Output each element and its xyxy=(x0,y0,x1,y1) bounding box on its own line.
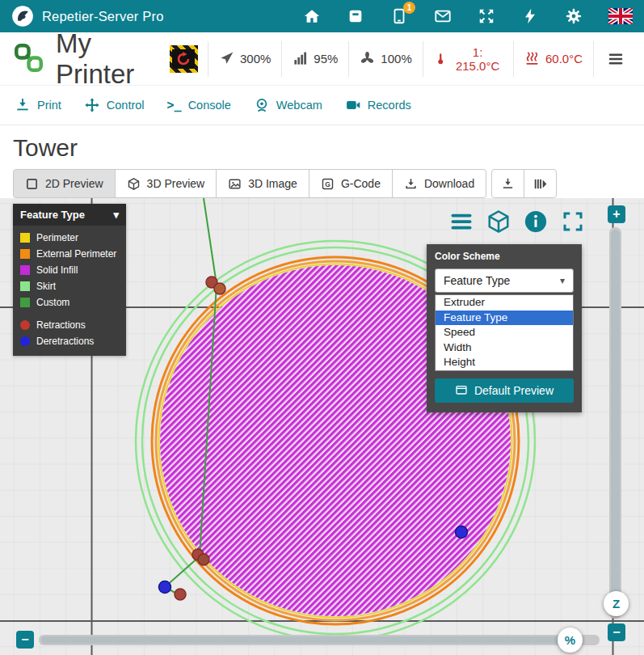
fullscreen-icon[interactable] xyxy=(561,209,585,234)
view-extra-group xyxy=(491,169,557,198)
legend-item-perimeter[interactable]: Perimeter xyxy=(13,230,126,246)
download-icon xyxy=(404,177,418,191)
fan-speed-button[interactable]: 100% xyxy=(348,41,422,77)
messages-icon[interactable] xyxy=(434,7,452,25)
tab-webcam[interactable]: Webcam xyxy=(254,97,322,113)
tab-records-label: Records xyxy=(368,99,411,112)
svg-text:G: G xyxy=(325,180,330,188)
color-scheme-panel: Color Scheme Feature Type ▾ Extruder Fea… xyxy=(427,244,582,412)
zoom-out-button[interactable]: − xyxy=(608,623,625,641)
tab-print[interactable]: Print xyxy=(15,97,61,113)
legend-item-custom[interactable]: Custom xyxy=(13,294,126,311)
speed-multiplier-button[interactable]: 300% xyxy=(208,41,281,77)
option-feature-type[interactable]: Feature Type xyxy=(436,311,573,326)
console-icon: >_ xyxy=(167,98,182,112)
view-3d-image-label: 3D Image xyxy=(248,177,297,190)
info-icon[interactable] xyxy=(524,209,548,234)
printer-stats: 300% 95% 100% 1: 215.0°C 60.0°C xyxy=(170,41,633,77)
printer-icon[interactable] xyxy=(347,7,364,25)
extruder-temp-value: 1: 215.0°C xyxy=(452,45,503,73)
legend-header[interactable]: Feature Type ▾ xyxy=(13,204,126,226)
tab-records[interactable]: Records xyxy=(345,97,411,113)
layer-play-button[interactable] xyxy=(524,169,557,198)
language-flag-icon[interactable] xyxy=(608,8,633,24)
legend-label: Solid Infill xyxy=(36,264,78,276)
speed-icon xyxy=(219,51,234,66)
send-to-printer-button[interactable] xyxy=(491,169,524,198)
legend-item-solid-infill[interactable]: Solid Infill xyxy=(13,262,126,278)
tab-console[interactable]: >_ Console xyxy=(167,98,231,112)
restart-arrow-icon xyxy=(172,49,195,69)
legend-item-retractions[interactable]: Retractions xyxy=(13,317,126,333)
legend-item-skirt[interactable]: Skirt xyxy=(13,278,126,294)
view-3d-preview-label: 3D Preview xyxy=(147,177,205,190)
option-extruder[interactable]: Extruder xyxy=(436,295,573,311)
gcode-icon: G xyxy=(321,177,335,191)
view-3d-image-button[interactable]: 3D Image xyxy=(216,169,309,198)
zoom-in-button[interactable]: + xyxy=(608,205,625,223)
default-preview-button[interactable]: Default Preview xyxy=(435,378,574,403)
tab-print-label: Print xyxy=(37,99,61,112)
flow-multiplier-button[interactable]: 95% xyxy=(281,41,348,77)
heated-bed-icon xyxy=(524,51,540,66)
option-speed[interactable]: Speed xyxy=(436,325,573,340)
repetier-logo-icon[interactable] xyxy=(11,5,34,27)
vertical-slider-handle[interactable] xyxy=(611,230,620,595)
horizontal-minus-button[interactable]: − xyxy=(16,631,34,649)
fan-icon xyxy=(360,51,375,66)
download-button[interactable]: Download xyxy=(392,169,486,198)
legend-label: Deretractions xyxy=(36,336,94,347)
printer-link-icon xyxy=(11,40,46,78)
view-3d-preview-button[interactable]: 3D Preview xyxy=(115,169,217,198)
emergency-stop-button[interactable] xyxy=(170,45,198,73)
checkbox-icon xyxy=(25,177,39,191)
solid-infill-swatch xyxy=(20,265,30,275)
view-2d-preview-button[interactable]: 2D Preview xyxy=(13,169,116,198)
speed-value: 300% xyxy=(240,52,271,66)
skirt-swatch xyxy=(20,281,30,291)
preview-menu-icon[interactable] xyxy=(449,209,474,234)
color-scheme-dropdown: Extruder Feature Type Speed Width Height xyxy=(435,294,574,371)
devices-icon[interactable]: 1 xyxy=(390,7,408,25)
custom-swatch xyxy=(20,298,30,307)
extruder-temp-button[interactable]: 1: 215.0°C xyxy=(423,41,513,77)
option-height[interactable]: Height xyxy=(436,355,573,370)
view-gcode-button[interactable]: G G-Code xyxy=(309,169,393,198)
legend-label: Custom xyxy=(36,297,69,308)
nav-icon-bar: 1 xyxy=(303,7,633,25)
window-icon xyxy=(455,384,468,397)
image-icon xyxy=(228,177,242,191)
z-mode-button[interactable]: Z xyxy=(604,591,629,616)
option-width[interactable]: Width xyxy=(436,340,573,356)
perimeter-swatch xyxy=(20,233,30,243)
chevron-down-icon: ▾ xyxy=(113,209,119,221)
vertical-slider-track[interactable] xyxy=(609,227,621,619)
legend-item-external-perimeter[interactable]: External Perimeter xyxy=(13,246,126,262)
legend-body: Perimeter External Perimeter Solid Infil… xyxy=(13,226,126,356)
preview-toolbar xyxy=(449,209,585,234)
legend-panel: Feature Type ▾ Perimeter External Perime… xyxy=(13,204,126,356)
bed-temp-button[interactable]: 60.0°C xyxy=(513,41,593,77)
external-perimeter-swatch xyxy=(20,249,30,259)
legend-label: Perimeter xyxy=(36,232,78,243)
percent-mode-button[interactable]: % xyxy=(558,628,583,653)
thermometer-icon xyxy=(434,51,448,66)
tab-control[interactable]: Control xyxy=(84,97,145,113)
color-scheme-select[interactable]: Feature Type ▾ xyxy=(435,268,574,293)
view-2d-preview-label: 2D Preview xyxy=(45,177,103,190)
select-caret-icon: ▾ xyxy=(560,275,565,286)
horizontal-slider-track[interactable] xyxy=(39,635,600,645)
legend-title: Feature Type xyxy=(20,209,85,221)
cube-icon xyxy=(127,177,141,191)
view-mode-group: 2D Preview 3D Preview 3D Image G G-Code … xyxy=(13,169,486,198)
settings-gear-icon[interactable] xyxy=(565,7,583,25)
color-scheme-label: Color Scheme xyxy=(435,251,574,262)
legend-item-deretractions[interactable]: Deretractions xyxy=(13,333,126,349)
horizontal-slider-handle[interactable] xyxy=(41,636,558,644)
home-icon[interactable] xyxy=(303,7,321,25)
printer-menu-button[interactable] xyxy=(593,41,633,77)
expand-arrows-icon[interactable] xyxy=(478,7,495,25)
preview-cube-icon[interactable] xyxy=(486,209,511,234)
printer-name: My Printer xyxy=(56,28,170,90)
power-bolt-icon[interactable] xyxy=(521,7,539,25)
